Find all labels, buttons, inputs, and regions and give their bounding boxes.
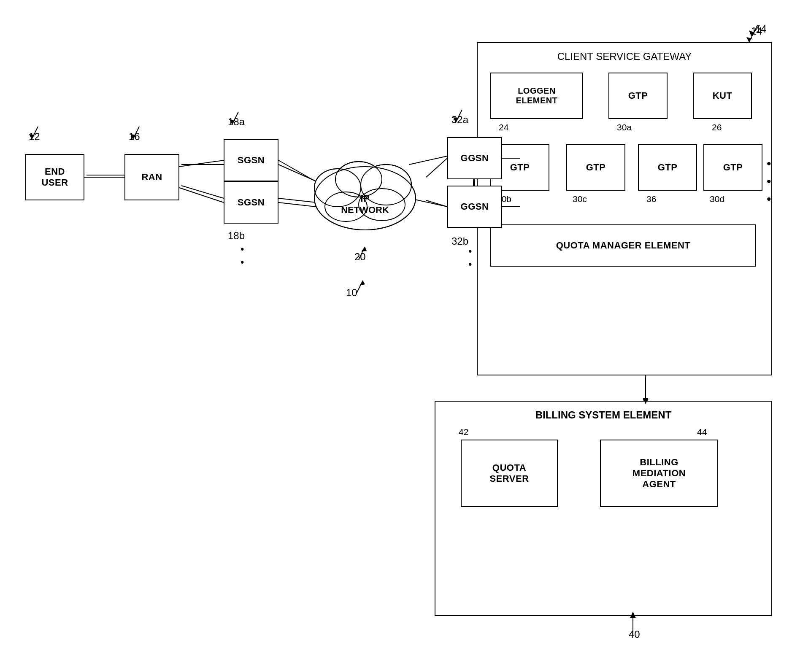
gtp-30c-box: GTP <box>566 144 625 191</box>
svg-line-2 <box>181 186 224 198</box>
ref-26: 26 <box>712 122 722 132</box>
ref-36: 36 <box>646 194 656 204</box>
ref-30d: 30d <box>710 194 724 204</box>
gtp-30a-box: GTP <box>608 73 668 119</box>
svg-marker-21 <box>130 134 136 139</box>
ref-42: 42 <box>459 427 468 437</box>
gtp-36-box: GTP <box>638 144 697 191</box>
ref20-arrow <box>346 240 371 262</box>
svg-marker-23 <box>230 119 235 124</box>
quota-manager-box: QUOTA MANAGER ELEMENT <box>490 224 756 267</box>
ran-box: RAN <box>124 154 179 200</box>
ref-44: 44 <box>697 427 707 437</box>
gtp-30d-box: GTP <box>703 144 762 191</box>
svg-marker-17 <box>630 612 636 618</box>
billing-system-box: BILLING SYSTEM ELEMENT QUOTASERVER 42 BI… <box>435 401 772 616</box>
svg-line-53 <box>426 158 447 177</box>
svg-marker-47 <box>453 117 459 122</box>
ref12-arrow <box>23 122 44 143</box>
svg-line-50 <box>179 188 224 202</box>
svg-marker-45 <box>361 247 367 251</box>
ref-24: 24 <box>499 122 508 132</box>
dots-sgsn: •• <box>241 243 244 269</box>
sgsn-a-box: SGSN <box>224 139 278 181</box>
ref14-arrow-line <box>741 23 762 46</box>
ref-32b: 32b <box>451 235 468 247</box>
ref16-arrow <box>124 122 146 143</box>
loggen-element-box: LOGGENELEMENT <box>490 73 583 119</box>
ref10-arrow <box>350 274 371 295</box>
svg-text:IP: IP <box>361 193 370 204</box>
billing-mediation-box: BILLINGMEDIATIONAGENT <box>600 440 718 507</box>
billing-system-label: BILLING SYSTEM ELEMENT <box>535 409 672 421</box>
svg-text:NETWORK: NETWORK <box>341 205 389 215</box>
client-service-gateway-label: CLIENT SERVICE GATEWAY <box>557 51 692 62</box>
ref18a-arrow <box>224 108 245 129</box>
svg-marker-19 <box>29 134 35 139</box>
ref40-arrow <box>620 607 646 639</box>
ref32a-arrow <box>447 105 468 127</box>
diagram: 14 CLIENT SERVICE GATEWAY LOGGENELEMENT … <box>0 0 792 672</box>
ref-30a: 30a <box>617 122 632 132</box>
ref-18b: 18b <box>228 230 245 242</box>
dots-ggsn: •• <box>468 245 472 271</box>
ggsn-b-box: GGSN <box>447 186 502 228</box>
kut-box: KUT <box>693 73 752 119</box>
ref-30c: 30c <box>573 194 587 204</box>
svg-line-54 <box>426 200 447 207</box>
ip-network-cloud: IP NETWORK <box>304 139 426 236</box>
sgsn-b-box: SGSN <box>224 181 278 224</box>
svg-line-49 <box>179 160 224 167</box>
end-user-box: ENDUSER <box>25 154 84 200</box>
client-service-gateway-box: CLIENT SERVICE GATEWAY LOGGENELEMENT 24 … <box>477 42 772 375</box>
dots-gtps: • •• <box>767 155 772 208</box>
quota-server-box: QUOTASERVER <box>461 440 558 507</box>
ggsn-a-box: GGSN <box>447 137 502 179</box>
